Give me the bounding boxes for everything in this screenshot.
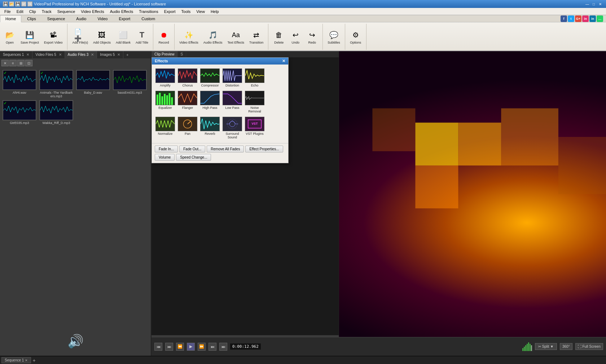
tab-s[interactable]: S xyxy=(178,51,186,57)
open-button[interactable]: 📂 Open xyxy=(2,28,17,45)
menu-clip[interactable]: Clip xyxy=(26,9,39,14)
menu-help[interactable]: Help xyxy=(208,9,222,14)
effect-vst[interactable]: VST VST Plugins xyxy=(244,116,265,140)
menu-export[interactable]: Export xyxy=(161,9,179,14)
facebook-icon[interactable]: f xyxy=(561,15,567,22)
app-icon-forward[interactable]: ↪ xyxy=(27,1,32,6)
menu-edit[interactable]: Edit xyxy=(14,9,26,14)
file-ctrl-grid[interactable]: ⊞ xyxy=(17,60,25,66)
360-button[interactable]: 360° xyxy=(560,343,572,350)
list-item[interactable]: ✓ GtrE035.mp3 xyxy=(2,100,37,125)
speed-change-button[interactable]: Speed Change... xyxy=(176,154,211,161)
effect-distortion[interactable]: Distortion xyxy=(222,67,243,88)
record-button[interactable]: ⏺ Record xyxy=(156,28,171,45)
twitter-icon[interactable]: t xyxy=(568,15,574,22)
effect-noise-removal[interactable]: Noise Removal xyxy=(244,90,265,114)
effect-amplify[interactable]: Amplify xyxy=(155,67,176,88)
remove-fades-button[interactable]: Remove All Fades xyxy=(207,146,244,152)
tab-audio[interactable]: Audio xyxy=(71,15,92,22)
maximize-button[interactable]: □ xyxy=(591,1,597,6)
add-blank-button[interactable]: ⬜ Add Blank xyxy=(114,28,132,45)
effect-surround[interactable]: Surround Sound xyxy=(222,116,243,140)
fade-in-button[interactable]: Fade In... xyxy=(155,146,178,152)
tab-clips[interactable]: Clips xyxy=(22,15,41,22)
effects-close-icon[interactable]: ✕ xyxy=(282,59,285,63)
video-effects-button[interactable]: ✨ Video Effects xyxy=(177,28,200,45)
sequence-tab[interactable]: Sequence 1 ✕ xyxy=(1,357,31,363)
effect-chorus[interactable]: Chorus xyxy=(177,67,198,88)
tab-clip-preview[interactable]: Clip Preview xyxy=(152,51,178,57)
list-item[interactable]: ✓ Animals -The Yardbarkers.mp3 xyxy=(39,70,74,98)
sequence-tab-close[interactable]: ✕ xyxy=(25,359,28,362)
audio-effects-button[interactable]: 🎵 Audio Effects xyxy=(202,28,224,45)
menu-video-effects[interactable]: Video Effects xyxy=(78,9,107,14)
list-item[interactable]: bassEm031.mp3 xyxy=(113,70,147,98)
split-button[interactable]: ✂ Split ▼ xyxy=(535,343,557,350)
effect-flanger[interactable]: Flanger xyxy=(177,90,198,114)
file-ctrl-delete[interactable]: ✕ xyxy=(1,60,9,66)
effect-pan[interactable]: Pan xyxy=(177,116,198,140)
delete-button[interactable]: 🗑 Delete xyxy=(271,28,286,45)
effect-highpass[interactable]: High Pass xyxy=(199,90,220,114)
goto-end-button[interactable]: ⏭ xyxy=(219,343,227,351)
menu-audio-effects[interactable]: Audio Effects xyxy=(107,9,136,14)
undo-button[interactable]: ↩ Undo xyxy=(288,28,303,45)
google-icon[interactable]: G+ xyxy=(575,15,581,22)
export-video-button[interactable]: 📽 Export Video xyxy=(42,28,64,45)
tab-export[interactable]: Export xyxy=(113,15,136,22)
tab-custom[interactable]: Custom xyxy=(136,15,161,22)
video-files-close[interactable]: ✕ xyxy=(59,53,62,57)
add-panel-button[interactable]: + xyxy=(123,51,131,58)
transition-button[interactable]: ⇄ Transition xyxy=(247,28,265,45)
images-close[interactable]: ✕ xyxy=(117,53,120,57)
effect-properties-button[interactable]: Effect Properties... xyxy=(245,146,283,152)
goto-start-button[interactable]: ⏮ xyxy=(154,343,162,351)
tab-images[interactable]: Images 5 ✕ xyxy=(97,51,123,58)
step-forward-button[interactable]: ⏭ xyxy=(208,343,216,351)
menu-track[interactable]: Track xyxy=(39,9,54,14)
list-item[interactable]: ✓ AhHi.wav xyxy=(2,70,37,98)
tab-home[interactable]: Home xyxy=(0,15,21,22)
effect-lowpass[interactable]: Low Pass xyxy=(222,90,243,114)
fade-out-button[interactable]: Fade Out... xyxy=(179,146,205,152)
minimize-button[interactable]: — xyxy=(584,1,590,6)
menu-transitions[interactable]: Transitions xyxy=(136,9,161,14)
options-button[interactable]: ⚙ Options xyxy=(348,28,363,45)
tab-audio-files[interactable]: Audio Files 3 ✕ xyxy=(65,51,97,58)
list-item[interactable]: Wakka_Riff_D.mp3 xyxy=(39,100,74,125)
menu-sequence[interactable]: Sequence xyxy=(54,9,78,14)
add-files-button[interactable]: 📄➕ Add File(s) xyxy=(70,28,90,45)
app-icon-back[interactable]: ↩ xyxy=(21,1,26,6)
save-project-button[interactable]: 💾 Save Project xyxy=(19,28,41,45)
effect-equalizer[interactable]: Equalizer xyxy=(155,90,176,114)
fullscreen-button[interactable]: ⛶ Full Screen xyxy=(575,343,603,350)
instagram-icon[interactable]: in xyxy=(582,15,589,22)
step-back-button[interactable]: ⏭ xyxy=(165,343,173,351)
close-button[interactable]: ✕ xyxy=(597,1,603,6)
tab-video-files[interactable]: Video Files 5 ✕ xyxy=(32,51,65,58)
audio-files-close[interactable]: ✕ xyxy=(91,53,94,57)
subtitles-button[interactable]: 💬 Subtitles xyxy=(326,28,342,45)
effect-echo[interactable]: Echo xyxy=(244,67,265,88)
share-icon[interactable]: … xyxy=(597,15,603,22)
redo-button[interactable]: ↪ Redo xyxy=(304,28,320,45)
fast-forward-button[interactable]: ⏩ xyxy=(198,343,206,351)
list-item[interactable]: Baby_D.wav xyxy=(76,70,110,98)
sequences-close[interactable]: ✕ xyxy=(26,53,29,57)
effect-reverb[interactable]: Reverb xyxy=(199,116,220,140)
play-button[interactable]: ▶ xyxy=(187,343,195,351)
add-title-button[interactable]: T Add Title xyxy=(134,28,150,45)
tab-sequence[interactable]: Sequence xyxy=(42,15,71,22)
add-objects-button[interactable]: 🖼 Add Objects xyxy=(91,28,113,45)
tab-video[interactable]: Video xyxy=(92,15,113,22)
tab-sequences[interactable]: Sequences 1 ✕ xyxy=(0,51,32,58)
file-ctrl-zoom[interactable]: ⊡ xyxy=(25,60,32,66)
menu-view[interactable]: View xyxy=(193,9,208,14)
add-sequence-button[interactable]: + xyxy=(32,358,35,363)
text-effects-button[interactable]: Aa Text Effects xyxy=(226,28,246,45)
menu-file[interactable]: File xyxy=(1,9,14,14)
effect-compressor[interactable]: Compressor xyxy=(199,67,220,88)
linkedin-icon[interactable]: in xyxy=(589,15,596,22)
file-ctrl-list[interactable]: ≡ xyxy=(9,60,17,66)
volume-button[interactable]: Volume xyxy=(155,154,175,161)
